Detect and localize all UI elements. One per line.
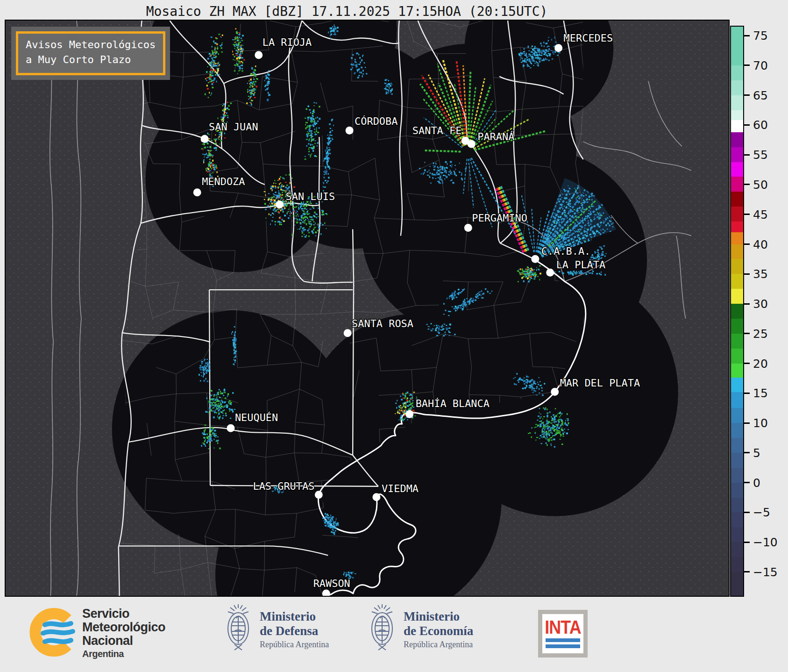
warning-box-inner: Avisos Meteorológicos a Muy Corto Plazo	[16, 31, 165, 75]
colorbar-tick-label: 5	[753, 447, 760, 459]
colorbar-tick-label: 75	[753, 30, 768, 42]
colorbar-segment	[731, 334, 743, 349]
inta-wordmark: INTA	[545, 618, 581, 637]
defensa-name-line1: Ministerio	[260, 609, 329, 623]
colorbar-tick-label: 65	[753, 90, 768, 101]
ministerio-defensa-block: Ministerio de Defensa República Argentin…	[223, 603, 329, 656]
colorbar-tick	[744, 363, 750, 364]
colorbar-tick	[744, 571, 750, 572]
colorbar-segment	[731, 232, 743, 244]
colorbar-tick-label: 10	[753, 417, 768, 429]
economia-crest-icon	[367, 603, 397, 656]
colorbar-segment	[731, 557, 743, 572]
city-label-san-luis: SAN LUIS	[286, 191, 335, 202]
colorbar-segment	[731, 110, 743, 121]
colorbar-tick-label: 15	[753, 387, 768, 399]
footer: Servicio Meteorológico Nacional Argentin…	[0, 597, 788, 672]
city-label-la-plata: LA PLATA	[556, 259, 606, 271]
colorbar-tick-label: 40	[753, 239, 768, 250]
city-label-viedma: VIEDMA	[382, 483, 419, 494]
city-label-c-rdoba: CÓRDOBA	[355, 115, 398, 127]
city-label-c-a-b-a: C.A.B.A.	[541, 245, 591, 257]
city-label-neuqu-n: NEUQUÉN	[235, 412, 278, 423]
defensa-crest-icon	[223, 603, 253, 656]
city-dot-la-rioja	[255, 51, 263, 59]
colorbar-tick	[744, 303, 750, 305]
warning-line2: a Muy Corto Plazo	[26, 52, 156, 67]
radar-screenshot: Mosaico ZH MAX [dBZ] 17.11.2025 17:15HOA…	[0, 0, 788, 672]
colorbar-segment	[731, 162, 743, 178]
inta-bar-top	[546, 638, 580, 642]
colorbar-segment	[731, 147, 743, 163]
colorbar-segment	[731, 512, 743, 528]
colorbar-segment	[731, 289, 743, 304]
colorbar-segment	[731, 468, 743, 483]
colorbar-segment	[731, 177, 743, 192]
warning-line1: Avisos Meteorológicos	[26, 37, 156, 52]
colorbar-segment	[731, 408, 743, 423]
colorbar-tick-label: −10	[753, 536, 778, 548]
map-canvas: LA RIOJAMERCEDESSAN JUANCÓRDOBASANTA FEP…	[6, 21, 729, 596]
colorbar-segment	[731, 392, 743, 408]
colorbar-tick-label: 25	[753, 328, 768, 340]
colorbar-tick	[744, 243, 750, 245]
radar-coverage-circles	[112, 21, 678, 596]
colorbar-tick	[744, 124, 750, 126]
inta-logo-block: INTA	[538, 610, 588, 658]
radar-map: LA RIOJAMERCEDESSAN JUANCÓRDOBASANTA FEP…	[5, 20, 730, 597]
city-dot-c-rdoba	[346, 127, 354, 135]
colorbar-segment	[731, 572, 743, 596]
city-label-mercedes: MERCEDES	[564, 32, 613, 44]
colorbar-tick	[744, 512, 750, 513]
colorbar-tick	[744, 94, 750, 96]
city-dot-neuqu-n	[227, 424, 234, 432]
colorbar-tick	[744, 273, 750, 275]
colorbar-segment	[731, 453, 743, 468]
smn-country: Argentina	[82, 649, 165, 659]
city-dot-pergamino	[464, 224, 472, 232]
city-dot-bah-a-blanca	[405, 410, 413, 418]
ministerio-economia-block: Ministerio de Economía República Argenti…	[367, 603, 473, 656]
colorbar-tick	[744, 184, 750, 185]
colorbar-tick	[744, 64, 750, 66]
city-label-bah-a-blanca: BAHÍA BLANCA	[416, 398, 490, 409]
colorbar-tick-label: 50	[753, 179, 768, 191]
city-label-san-juan: SAN JUAN	[209, 121, 258, 133]
colorbar-segment	[731, 120, 743, 132]
colorbar-tick-label: 55	[753, 149, 768, 161]
colorbar-segment	[731, 349, 743, 364]
colorbar-tick-label: −15	[753, 566, 778, 578]
smn-name-line2: Meteorológico	[82, 621, 165, 634]
city-dot-mar-del-plata	[551, 388, 559, 396]
inta-bar-bottom	[546, 644, 580, 648]
city-dot-mendoza	[193, 188, 201, 196]
colorbar-tick-label: 60	[753, 119, 768, 131]
colorbar	[730, 26, 744, 597]
city-label-las-grutas: LAS GRUTAS	[253, 480, 314, 492]
colorbar-segment	[731, 222, 743, 233]
city-label-santa-rosa: SANTA ROSA	[352, 318, 413, 329]
city-dot-paran	[468, 140, 476, 148]
city-dot-mercedes	[554, 44, 562, 52]
city-label-la-rioja: LA RIOJA	[263, 36, 312, 48]
city-label-rawson: RAWSON	[313, 578, 350, 589]
city-dot-viedma	[372, 493, 380, 501]
colorbar-tick	[744, 482, 750, 483]
colorbar-tick	[744, 333, 750, 334]
economia-name-line1: Ministerio	[404, 609, 473, 623]
economia-name-line2: de Economía	[404, 624, 473, 638]
colorbar-tick	[744, 452, 750, 453]
city-dot-c-a-b-a	[531, 255, 539, 263]
city-dot-san-luis	[276, 200, 284, 208]
colorbar-segment	[731, 95, 743, 111]
warning-box: Avisos Meteorológicos a Muy Corto Plazo	[11, 27, 170, 80]
colorbar-segment	[731, 304, 743, 319]
colorbar-tick-label: 70	[753, 60, 768, 71]
colorbar-segment	[731, 259, 743, 274]
colorbar-tick-label: 20	[753, 358, 768, 370]
colorbar-tick-label: 0	[753, 477, 760, 489]
defensa-subtitle: República Argentina	[260, 640, 329, 650]
colorbar-segment	[731, 65, 743, 81]
smn-name-line3: Nacional	[82, 634, 165, 648]
colorbar-tick	[744, 35, 750, 36]
